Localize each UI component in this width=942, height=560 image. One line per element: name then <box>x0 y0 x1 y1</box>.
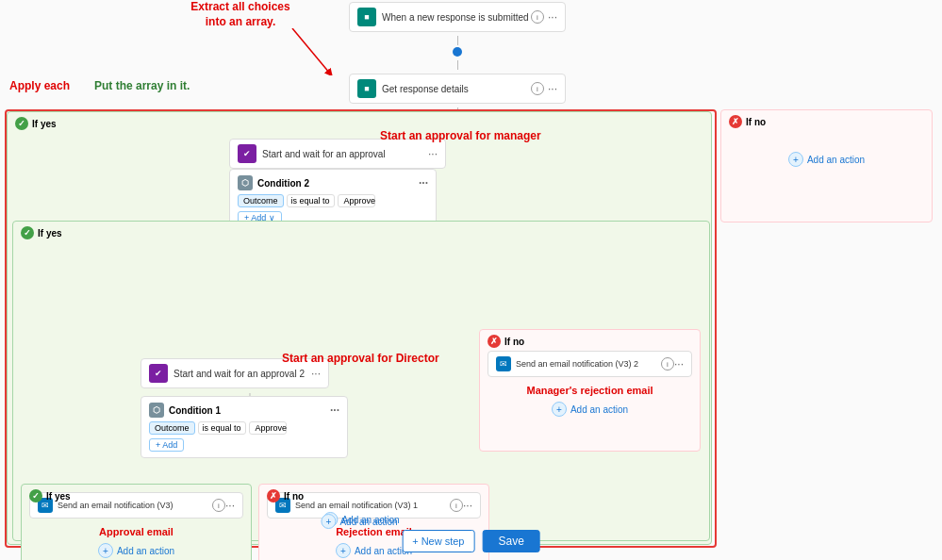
cond2-val: Approve <box>338 194 375 207</box>
step-when-response[interactable]: ■ When a new response is submitted i ··· <box>349 2 566 32</box>
inner-if-no-section: ✗ If no ✉ Send an email notification (V3… <box>479 329 701 452</box>
info-button[interactable]: i <box>531 10 544 24</box>
outer-if-yes-section: ✓ If yes ✔ Start and wait for an approva… <box>7 111 712 545</box>
canvas: Extract all choices into an array. Apply… <box>0 0 942 560</box>
approval-label: Start and wait for an approval <box>262 149 428 159</box>
approval-more-btn2[interactable]: ··· <box>225 499 235 512</box>
add-icon6: + <box>788 152 803 167</box>
add-icon2: + <box>336 543 351 558</box>
main-container: ✓ If yes ✔ Start and wait for an approva… <box>5 109 717 548</box>
svg-line-0 <box>292 28 330 74</box>
approval-more-btn[interactable]: ··· <box>428 147 438 160</box>
right-if-no-label: ✗ If no <box>729 115 766 128</box>
step-label: When a new response is submitted <box>382 12 531 23</box>
right-check-red: ✗ <box>729 115 742 128</box>
approval-icon: ✔ <box>238 144 256 163</box>
ann-director-approval: Start an approval for Director <box>282 352 439 365</box>
director-label: Start and wait for an approval 2 <box>174 369 311 379</box>
cond2-op: is equal to <box>287 194 335 207</box>
add-cond1-btn[interactable]: + Add <box>149 438 184 452</box>
right-if-no-section: ✗ If no + Add an action <box>720 109 933 222</box>
add-icon4: + <box>552 402 567 417</box>
add-action-approval[interactable]: + Add an action <box>22 539 251 560</box>
cond1-more-btn[interactable]: ··· <box>330 404 339 417</box>
step-get-response[interactable]: ■ Get response details i ··· <box>349 74 566 104</box>
annotation-put-array: Put the array in it. <box>94 79 190 92</box>
form-icon: ■ <box>357 8 376 26</box>
rejection-more-btn[interactable]: ··· <box>463 499 472 512</box>
cond1-val: Approve <box>249 421 287 435</box>
inner-check-red: ✗ <box>488 335 501 348</box>
inner-if-no-label: ✗ If no <box>488 335 524 348</box>
more-button[interactable]: ··· <box>548 82 557 95</box>
mgr-more-btn[interactable]: ··· <box>674 357 684 371</box>
approval-email-label: Send an email notification (V3) <box>58 501 212 510</box>
mgr-info-btn[interactable]: i <box>661 357 674 371</box>
director-approval-icon: ✔ <box>149 364 168 383</box>
inner-if-yes-label: ✓ If yes <box>21 226 62 239</box>
approval-manager-step[interactable]: ✔ Start and wait for an approval ··· <box>229 139 446 169</box>
condition2-more-btn[interactable]: ··· <box>419 176 428 189</box>
mgr-rejection-label: Send an email notification (V3) 2 <box>516 359 661 369</box>
response-icon: ■ <box>357 79 376 98</box>
inner-check-green: ✓ <box>21 226 34 239</box>
cond2-field: Outcome <box>238 194 284 207</box>
add-icon5: + <box>321 514 336 529</box>
bottom-check-red: ✗ <box>267 489 280 502</box>
condition2-icon: ⬡ <box>238 175 253 190</box>
annotation-arrow <box>236 28 358 75</box>
info-button[interactable]: i <box>531 82 544 95</box>
annotation-apply-each: Apply each <box>9 79 70 92</box>
cond1-field: Outcome <box>149 421 195 435</box>
outer-add-action[interactable]: + Add an action <box>317 510 401 533</box>
ann-mgr-rejection: Manager's rejection email <box>480 385 700 396</box>
cond1-op: is equal to <box>198 421 246 435</box>
ann-approval-email: Approval email <box>22 526 251 537</box>
bottom-toolbar: + New step Save <box>402 530 540 552</box>
outer-if-yes-label: ✓ If yes <box>15 117 57 130</box>
mgr-rejection-icon: ✉ <box>496 356 511 371</box>
manager-rejection-action[interactable]: ✉ Send an email notification (V3) 2 i ··… <box>488 351 692 377</box>
check-green-icon: ✓ <box>15 117 28 130</box>
rejection-info-btn[interactable]: i <box>450 499 463 512</box>
bottom-check-green: ✓ <box>29 489 42 502</box>
approval-info-btn[interactable]: i <box>212 499 225 512</box>
save-button[interactable]: Save <box>482 530 539 552</box>
add-icon: + <box>98 543 113 558</box>
step-label: Get response details <box>382 84 531 94</box>
condition1-box[interactable]: ⬡ Condition 1 ··· Outcome is equal to Ap… <box>140 396 357 462</box>
ann-manager-approval: Start an approval for manager <box>380 129 541 142</box>
annotation-extract: Extract all choices into an array. <box>184 0 297 29</box>
more-button[interactable]: ··· <box>548 10 557 24</box>
bottom-if-yes: ✓ If yes ✉ Send an email notification (V… <box>21 484 252 560</box>
right-add-action[interactable]: + Add an action <box>721 148 932 171</box>
bottom-if-yes-label: ✓ If yes <box>29 489 71 502</box>
director-more-btn[interactable]: ··· <box>311 367 321 380</box>
add-action-mgr[interactable]: + Add an action <box>480 398 700 420</box>
condition1-icon: ⬡ <box>149 403 164 418</box>
bottom-if-no-label: ✗ If no <box>267 489 304 502</box>
new-step-button[interactable]: + New step <box>402 530 474 552</box>
